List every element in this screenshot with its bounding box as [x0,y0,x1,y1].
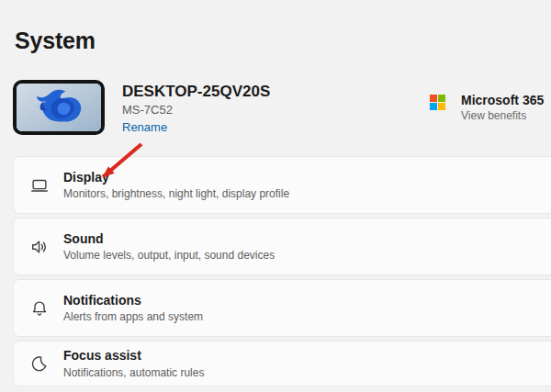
settings-row-notifications[interactable]: Notifications Alerts from apps and syste… [13,279,551,337]
subscription-title: Microsoft 365 [461,93,544,107]
settings-row-label: Sound [63,230,275,248]
settings-row-sound[interactable]: Sound Volume levels, output, input, soun… [13,218,551,275]
settings-row-label: Notifications [63,291,203,309]
display-icon [28,174,51,196]
settings-row-label: Focus assist [63,346,204,364]
sound-icon [28,236,51,258]
notifications-icon [28,297,51,319]
microsoft-logo-blue [430,103,437,110]
page-title: System [15,28,96,54]
settings-row-description: Volume levels, output, input, sound devi… [63,248,275,263]
settings-row-focus-assist[interactable]: Focus assist Notifications, automatic ru… [13,341,551,386]
settings-row-display[interactable]: Display Monitors, brightness, night ligh… [13,156,551,214]
device-model: MS-7C52 [122,103,173,117]
microsoft-logo-green [438,95,445,102]
windows-bloom-wallpaper [17,84,101,131]
settings-window: System DESKTOP-25QV20S MS-7C52 Rename Mi… [0,0,551,392]
settings-row-description: Alerts from apps and system [63,309,203,325]
view-benefits-link[interactable]: View benefits [461,109,526,122]
settings-row-label: Display [63,168,289,186]
microsoft-logo-red [430,95,437,102]
microsoft-logo-yellow [438,103,445,110]
settings-row-description: Notifications, automatic rules [63,365,204,381]
microsoft-logo [430,95,445,110]
device-name: DESKTOP-25QV20S [122,83,270,101]
device-thumbnail [13,80,105,135]
settings-row-description: Monitors, brightness, night light, displ… [63,186,289,202]
rename-link[interactable]: Rename [122,120,167,134]
focus-assist-icon [28,353,51,375]
